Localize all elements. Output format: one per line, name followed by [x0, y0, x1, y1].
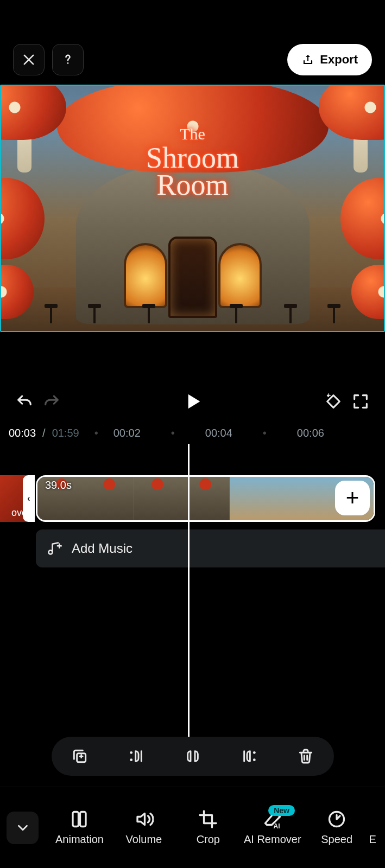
mushroom-cap — [0, 178, 45, 259]
keyframe-button[interactable]: + — [320, 388, 347, 415]
fullscreen-button[interactable] — [347, 388, 374, 415]
clip-edit-toolbar — [52, 737, 334, 776]
plus-icon: + — [346, 485, 359, 511]
window — [124, 243, 167, 308]
sign-line: Room — [146, 168, 239, 202]
tool-partial[interactable]: E — [369, 809, 385, 846]
speed-icon — [327, 809, 346, 829]
add-clip-button[interactable]: + — [335, 481, 370, 515]
current-time: 00:03 — [9, 427, 36, 439]
add-music-label: Add Music — [72, 541, 132, 556]
stool — [327, 304, 340, 323]
total-duration: 01:59 — [52, 427, 79, 439]
svg-point-6 — [253, 758, 255, 761]
tool-label: AI Remover — [244, 833, 301, 846]
ruler-mark: 00:06 — [297, 427, 324, 439]
video-preview[interactable]: The Shroom Room — [0, 85, 385, 332]
tool-speed[interactable]: Speed — [305, 809, 369, 846]
split-icon — [184, 748, 201, 765]
svg-rect-7 — [73, 812, 79, 827]
export-label: Export — [320, 53, 358, 67]
help-icon — [60, 52, 75, 67]
undo-button[interactable] — [11, 388, 38, 415]
svg-point-4 — [130, 758, 132, 761]
trash-icon — [297, 748, 314, 765]
close-icon — [21, 52, 36, 67]
stool — [45, 304, 58, 323]
time-separator: / — [41, 427, 47, 439]
ruler-mark: 00:02 — [113, 427, 141, 439]
keyframe-icon: + — [324, 392, 343, 411]
door — [168, 237, 217, 318]
tool-volume[interactable]: Volume — [112, 809, 176, 846]
tool-ai-remover[interactable]: New AI AI Remover — [241, 809, 305, 846]
trim-start-icon — [128, 748, 145, 765]
chevron-down-icon — [15, 820, 31, 836]
mushroom-cap — [319, 85, 385, 140]
tool-label: E — [369, 833, 376, 846]
split-button[interactable] — [179, 743, 206, 770]
clip-thumbnail — [277, 477, 325, 520]
play-icon — [182, 391, 204, 412]
stool — [142, 304, 155, 323]
timecode-row: 00:03 / 01:59 • 00:02 • 00:04 • 00:06 — [0, 423, 385, 443]
animation-icon — [70, 809, 89, 829]
collapse-toolbar-button[interactable] — [7, 812, 39, 844]
play-button[interactable] — [179, 388, 206, 415]
clip-thumbnail: Shroom Room — [181, 477, 229, 520]
neon-sign: The Shroom Room — [146, 125, 239, 202]
svg-point-3 — [130, 751, 132, 754]
clip-thumbnail: Shroom Room — [134, 477, 181, 520]
trim-end-button[interactable] — [236, 743, 263, 770]
sign-line: The — [146, 125, 239, 143]
ruler-mark: 00:04 — [205, 427, 232, 439]
copy-icon — [71, 748, 89, 765]
undo-icon — [15, 392, 34, 411]
tool-crop[interactable]: Crop — [176, 809, 240, 846]
video-clip[interactable]: 39.0s Shroom Room Shroom Room Shroom Roo… — [36, 475, 375, 522]
svg-text:AI: AI — [273, 822, 280, 829]
svg-text:+: + — [326, 392, 331, 399]
volume-icon — [134, 809, 154, 829]
copy-button[interactable] — [66, 743, 93, 770]
timeline[interactable]: over ‹ 39.0s Shroom Room Shroom Room Shr… — [0, 475, 385, 522]
new-badge: New — [268, 805, 295, 816]
bottom-toolbar: Animation Volume Crop New AI AI Remover … — [0, 787, 385, 868]
close-button[interactable] — [13, 44, 45, 75]
redo-icon — [42, 392, 61, 411]
clip-duration: 39.0s — [45, 479, 72, 492]
svg-point-5 — [253, 751, 255, 754]
clip-thumbnail — [230, 477, 277, 520]
music-plus-icon — [47, 541, 62, 556]
svg-rect-8 — [80, 812, 86, 827]
add-music-button[interactable]: Add Music — [36, 529, 385, 567]
tool-label: Speed — [321, 833, 352, 846]
fullscreen-icon — [351, 392, 370, 411]
trim-end-icon — [241, 748, 258, 765]
tool-animation[interactable]: Animation — [47, 809, 111, 846]
redo-button[interactable] — [38, 388, 65, 415]
clip-thumbnail: Shroom Room — [85, 477, 133, 520]
stool — [88, 304, 101, 323]
clip-trim-handle[interactable]: ‹ — [23, 475, 35, 522]
mushroom-cap — [340, 178, 385, 259]
svg-point-0 — [67, 62, 69, 64]
tool-label: Volume — [126, 833, 162, 846]
stool — [284, 304, 297, 323]
tool-label: Crop — [197, 833, 220, 846]
help-button[interactable] — [52, 44, 84, 75]
trim-start-button[interactable] — [123, 743, 150, 770]
stool — [230, 304, 243, 323]
mushroom-cap — [0, 85, 66, 140]
crop-icon — [198, 809, 218, 829]
tool-label: Animation — [55, 833, 104, 846]
delete-button[interactable] — [292, 743, 319, 770]
export-icon — [301, 53, 314, 66]
window — [218, 243, 262, 308]
export-button[interactable]: Export — [287, 44, 372, 75]
